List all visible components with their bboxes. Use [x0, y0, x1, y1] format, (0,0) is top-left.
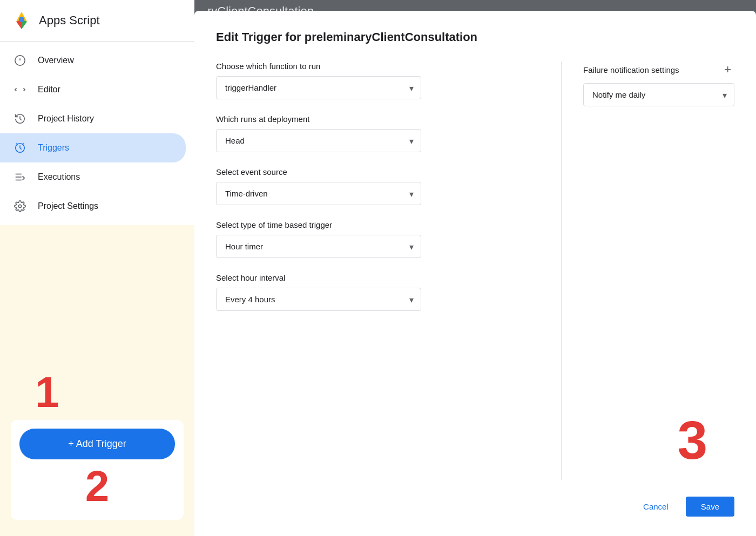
function-select-wrapper: triggerHandler onOpen onEdit doGet doPos… [216, 76, 421, 99]
main-content: ryClientConsultation Edit Trigger for pr… [194, 0, 756, 536]
event-source-label: Select event source [216, 167, 539, 177]
modal-left-column: Choose which function to run triggerHand… [216, 62, 562, 480]
hour-interval-select-wrapper: Every hour Every 2 hours Every 4 hours E… [216, 288, 421, 311]
editor-label: Editor [38, 85, 60, 94]
add-trigger-button[interactable]: + Add Trigger [19, 429, 175, 459]
modal-footer: Cancel Save [216, 486, 734, 517]
failure-notification-select[interactable]: Notify me daily Notify me weekly Notify … [583, 83, 734, 106]
sidebar-header: Apps Script [0, 0, 194, 42]
overview-label: Overview [38, 56, 74, 65]
modal-right-column: Failure notification settings + Notify m… [562, 62, 734, 480]
function-select[interactable]: triggerHandler onOpen onEdit doGet doPos… [216, 76, 421, 99]
sidebar-nav: Overview Editor Project History [0, 42, 194, 225]
time-trigger-section: Select type of time based trigger Hour t… [216, 220, 539, 258]
svg-line-6 [23, 143, 23, 144]
executions-label: Executions [38, 172, 80, 182]
save-button[interactable]: Save [686, 497, 734, 517]
triggers-icon [13, 141, 27, 155]
deployment-label: Which runs at deployment [216, 114, 539, 124]
hour-interval-select[interactable]: Every hour Every 2 hours Every 4 hours E… [216, 288, 421, 311]
hour-interval-section: Select hour interval Every hour Every 2 … [216, 273, 539, 311]
sidebar-item-triggers[interactable]: Triggers [0, 133, 186, 162]
event-source-select[interactable]: Time-driven From spreadsheet From calend… [216, 182, 421, 205]
settings-icon [13, 199, 27, 213]
failure-notification-select-wrapper: Notify me daily Notify me weekly Notify … [583, 83, 734, 106]
sidebar-bottom: + Add Trigger 2 [11, 420, 184, 520]
project-history-label: Project History [38, 114, 94, 124]
event-source-select-wrapper: Time-driven From spreadsheet From calend… [216, 182, 421, 205]
cancel-button[interactable]: Cancel [632, 497, 679, 517]
edit-trigger-modal: Edit Trigger for preleminaryClientConsul… [194, 11, 756, 536]
time-trigger-label: Select type of time based trigger [216, 220, 539, 229]
annotation-3: 3 [677, 409, 707, 471]
time-trigger-select-wrapper: Hour timer Minute timer Day timer Week t… [216, 235, 421, 258]
executions-icon [13, 170, 27, 184]
sidebar-title: Apps Script [39, 13, 100, 28]
function-section: Choose which function to run triggerHand… [216, 62, 539, 99]
hour-interval-label: Select hour interval [216, 273, 539, 282]
svg-line-5 [16, 143, 17, 144]
deployment-section: Which runs at deployment Head Latest [216, 114, 539, 152]
sidebar-item-project-settings[interactable]: Project Settings [0, 192, 186, 221]
modal-body: Choose which function to run triggerHand… [216, 62, 734, 480]
triggers-label: Triggers [38, 143, 69, 153]
sidebar-item-executions[interactable]: Executions [0, 162, 186, 192]
sidebar-item-project-history[interactable]: Project History [0, 104, 186, 133]
event-source-section: Select event source Time-driven From spr… [216, 167, 539, 205]
time-trigger-select[interactable]: Hour timer Minute timer Day timer Week t… [216, 235, 421, 258]
deployment-select-wrapper: Head Latest [216, 129, 421, 152]
sidebar: Apps Script Overview Editor [0, 0, 194, 536]
sidebar-item-overview[interactable]: Overview [0, 46, 186, 75]
failure-notification-header: Failure notification settings + [583, 62, 734, 78]
sidebar-item-editor[interactable]: Editor [0, 75, 186, 104]
svg-point-10 [18, 205, 22, 208]
annotation-1: 1 [35, 368, 59, 417]
history-icon [13, 112, 27, 126]
failure-notification-label: Failure notification settings [583, 65, 679, 74]
editor-icon [13, 83, 27, 97]
overview-icon [13, 53, 27, 67]
svg-point-0 [19, 17, 24, 22]
modal-title: Edit Trigger for preleminaryClientConsul… [216, 30, 734, 44]
deployment-select[interactable]: Head Latest [216, 129, 421, 152]
failure-notification-add-button[interactable]: + [721, 62, 734, 78]
apps-script-logo-icon [11, 10, 32, 31]
project-settings-label: Project Settings [38, 201, 98, 211]
function-label: Choose which function to run [216, 62, 539, 71]
annotation-2: 2 [19, 462, 175, 511]
